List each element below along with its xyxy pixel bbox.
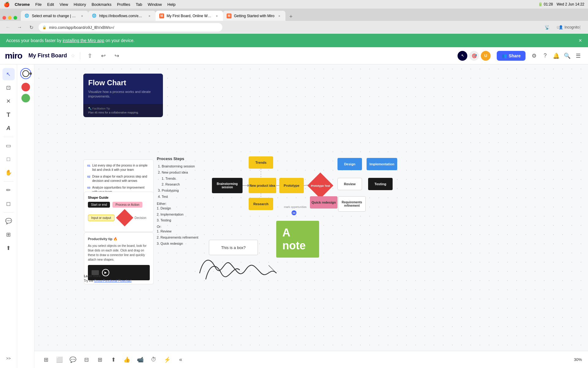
- trends-node[interactable]: Trends: [249, 156, 273, 169]
- url-bar[interactable]: 🔒 miro.com/app/board/o9J_lBVxBWs=/: [39, 23, 222, 32]
- prototype-test-wrap[interactable]: Prototype Test: [309, 174, 332, 197]
- board-title[interactable]: My First Board: [28, 52, 67, 59]
- share-button[interactable]: 👥 Share: [497, 51, 526, 61]
- tab-2[interactable]: 🌐 https://inboxflows.com/emails/... ×: [88, 11, 156, 21]
- tab-4[interactable]: M Getting Started with Miro ×: [223, 11, 285, 21]
- notification-link[interactable]: installing the Miro app: [62, 38, 104, 43]
- shape-row-2: Input or output Decision: [88, 210, 150, 225]
- undo-button[interactable]: ↩: [99, 51, 108, 61]
- menu-history[interactable]: History: [74, 2, 86, 7]
- smart-draw-icon[interactable]: 🎯: [469, 51, 479, 61]
- review-node[interactable]: Review: [337, 178, 362, 190]
- frames-tool[interactable]: ⊡: [2, 82, 15, 94]
- collapse-button[interactable]: «: [175, 354, 186, 365]
- import-tool[interactable]: ⬆: [2, 242, 15, 254]
- menu-view[interactable]: View: [59, 2, 68, 7]
- menu-chrome[interactable]: Chrome: [15, 2, 30, 7]
- share-icon: 👥: [502, 53, 507, 58]
- redo-button[interactable]: ↪: [112, 51, 122, 61]
- apple-menu[interactable]: 🍎: [4, 2, 10, 7]
- lightning-button[interactable]: ⚡: [162, 354, 173, 365]
- new-product-node[interactable]: New product idea: [249, 178, 276, 193]
- menu-icon[interactable]: ⋮: [576, 23, 584, 32]
- pen-tool[interactable]: ✏: [2, 184, 15, 196]
- video-button[interactable]: 📹: [135, 354, 146, 365]
- tab-3-close[interactable]: ×: [214, 13, 219, 18]
- quick-redesign-node[interactable]: Quick redesign: [310, 196, 337, 209]
- close-dot[interactable]: [2, 16, 6, 20]
- minimize-dot[interactable]: [8, 16, 12, 20]
- cast-icon[interactable]: 📡: [543, 23, 551, 32]
- frame-button[interactable]: ⬜: [54, 354, 65, 365]
- green-color[interactable]: [21, 94, 30, 102]
- tab-3[interactable]: M My First Board, Online Whiteb... ×: [156, 11, 223, 21]
- sticky-tool[interactable]: ▭: [2, 140, 15, 152]
- tab-4-close[interactable]: ×: [277, 13, 282, 18]
- crop-tool[interactable]: ⊞: [2, 228, 15, 241]
- menu-tab[interactable]: Tab: [136, 2, 142, 7]
- step-1-num: 01: [87, 164, 90, 172]
- tab-3-favicon: M: [159, 13, 164, 18]
- productivity-title: Productivity tip 🔥: [88, 236, 150, 242]
- help-icon[interactable]: ?: [540, 51, 550, 61]
- menu-profiles[interactable]: Profiles: [117, 2, 130, 7]
- settings-icon[interactable]: ⚙: [529, 51, 539, 61]
- refresh-button[interactable]: ↻: [27, 23, 36, 32]
- user-avatar[interactable]: U: [481, 51, 491, 61]
- circle-tool[interactable]: [20, 68, 31, 79]
- notifications-icon[interactable]: 🔔: [551, 51, 561, 61]
- back-button[interactable]: ←: [4, 23, 12, 32]
- tab-1-close[interactable]: ×: [80, 13, 85, 18]
- menu-window[interactable]: Window: [148, 2, 162, 7]
- brainstorming-node[interactable]: Brainstorming session: [212, 178, 243, 193]
- text-tool[interactable]: T: [2, 109, 15, 121]
- tab-1[interactable]: 🌐 Select email to change | Djang... ×: [21, 11, 88, 21]
- eraser-tool[interactable]: ◻: [2, 197, 15, 210]
- research-node[interactable]: Research: [249, 198, 273, 210]
- svg-line-0: [269, 265, 275, 271]
- tab-3-title: My First Board, Online Whiteb...: [167, 14, 212, 18]
- forward-button[interactable]: →: [15, 23, 24, 32]
- hand-tool[interactable]: ✋: [2, 167, 15, 179]
- brush-tool[interactable]: A: [2, 122, 15, 134]
- red-color[interactable]: [21, 83, 30, 91]
- pen-icon: ✏: [6, 187, 11, 194]
- menu-help[interactable]: Help: [168, 2, 176, 7]
- process-steps-title: Process Steps: [157, 156, 218, 161]
- prototype-node[interactable]: Prototype: [279, 178, 304, 193]
- table-button[interactable]: ⊞: [94, 354, 105, 365]
- menu-edit[interactable]: Edit: [47, 2, 54, 7]
- new-tab-button[interactable]: +: [287, 12, 295, 21]
- export-button[interactable]: ⇧: [85, 51, 95, 61]
- implementation-node[interactable]: Implementation: [367, 158, 397, 170]
- requirements-node[interactable]: Requirements refinement: [338, 196, 366, 212]
- process-shape: Process or Action: [112, 202, 142, 208]
- tab-2-close[interactable]: ×: [147, 13, 152, 18]
- grid-button[interactable]: ⊞: [40, 354, 51, 365]
- tool-separator-3: [4, 212, 13, 213]
- tool-separator-2: [4, 181, 13, 182]
- select-tool[interactable]: ↖: [2, 68, 15, 80]
- kanban-button[interactable]: ⊟: [81, 354, 92, 365]
- close-tool[interactable]: ✕: [2, 95, 15, 107]
- sticky-note[interactable]: A note: [276, 221, 319, 258]
- menu-bookmarks[interactable]: Bookmarks: [92, 2, 111, 7]
- cross-functional-link[interactable]: Cross-Functional Flowchart: [94, 279, 132, 282]
- more-tools[interactable]: >>: [2, 352, 15, 364]
- search-icon[interactable]: 🔍: [562, 51, 572, 61]
- app-header: miro My First Board ☆ ⇧ ↩ ↪ ↖ 🎯 U 👥 Shar…: [0, 47, 588, 64]
- design-node[interactable]: Design: [337, 158, 362, 170]
- export-bottom-button[interactable]: ⬆: [108, 354, 119, 365]
- menu-icon[interactable]: ☰: [573, 51, 583, 61]
- timer-button[interactable]: ⏱: [148, 354, 159, 365]
- maximize-dot[interactable]: [13, 16, 17, 20]
- menu-file[interactable]: File: [35, 2, 42, 7]
- testing-node[interactable]: Testing: [368, 178, 393, 190]
- notification-close[interactable]: ×: [579, 37, 582, 44]
- shapes-tool[interactable]: □: [2, 153, 15, 165]
- comment-tool[interactable]: 💬: [2, 215, 15, 227]
- comment-button[interactable]: 💬: [67, 354, 78, 365]
- canvas[interactable]: Flow Chart Visualize how a process works…: [34, 64, 588, 368]
- like-button[interactable]: 👍: [121, 354, 132, 365]
- star-icon[interactable]: ☆: [71, 53, 75, 59]
